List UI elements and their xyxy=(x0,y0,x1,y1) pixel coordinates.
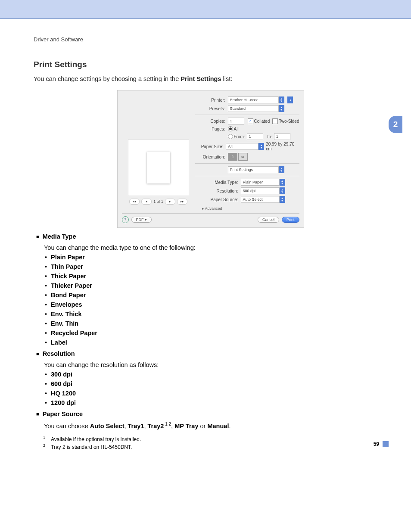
list-item: Bond Paper xyxy=(45,292,387,299)
resolution-label: Resolution: xyxy=(195,189,241,193)
list-item: Recycled Paper xyxy=(45,330,387,336)
ps-pre: You can choose xyxy=(44,423,90,429)
collated-checkbox[interactable]: ✓ xyxy=(248,118,253,124)
list-item: HQ 1200 xyxy=(45,390,387,397)
pages-label: Pages: xyxy=(195,127,228,131)
ps-opt: Tray1 xyxy=(128,423,144,429)
ps-opt: Tray2 xyxy=(148,423,164,429)
copies-label: Copies: xyxy=(195,119,228,124)
pane-select-value: Print Settings xyxy=(230,168,253,172)
preview-page xyxy=(147,152,170,184)
dropdown-arrows-icon: ▲▼ xyxy=(279,166,284,173)
paper-source-heading-text: Paper Source xyxy=(43,411,83,417)
dropdown-arrows-icon: ▲▼ xyxy=(280,179,285,186)
pages-to-label: to: xyxy=(268,134,272,139)
ps-opt: MP Tray xyxy=(174,423,198,429)
paper-size-label: Paper Size: xyxy=(195,144,226,149)
dropdown-arrows-icon: ▲▼ xyxy=(279,96,284,103)
list-item: Envelopes xyxy=(45,301,387,308)
ps-sep: , xyxy=(124,423,128,429)
paper-source-label: Paper Source: xyxy=(195,197,241,202)
paper-source-value: Auto Select xyxy=(243,197,263,202)
section-title: Print Settings xyxy=(34,60,387,69)
dropdown-arrows-icon: ▲▼ xyxy=(258,143,264,150)
pdf-button[interactable]: PDF ▾ xyxy=(131,217,152,223)
list-item: 600 dpi xyxy=(45,380,387,387)
pages-all-label: All xyxy=(234,127,239,131)
list-item: Thick Paper xyxy=(45,273,387,280)
ps-opt: Auto Select xyxy=(90,423,125,429)
pane-select[interactable]: Print Settings▲▼ xyxy=(228,166,279,173)
preview-pane xyxy=(128,139,189,196)
media-type-intro: You can change the media type to one of … xyxy=(44,244,387,251)
printer-info-button[interactable]: ◂ xyxy=(287,96,293,103)
two-sided-checkbox[interactable] xyxy=(272,118,278,124)
pages-to-input[interactable]: 1 xyxy=(274,133,290,140)
list-item: Env. Thick xyxy=(45,311,387,317)
print-dialog: ◂◂ ◂ 1 of 1 ▸ ▸▸ Printer: Brother HL-xxx… xyxy=(117,90,304,228)
footnotes: 1Available if the optional tray is insta… xyxy=(43,436,387,450)
square-bullet-icon: ■ xyxy=(36,351,39,356)
printer-select[interactable]: Brother HL-xxxx▲▼ xyxy=(228,96,279,103)
dropdown-arrows-icon: ▲▼ xyxy=(279,105,284,112)
paper-source-select[interactable]: Auto Select▲▼ xyxy=(241,196,280,203)
list-item: Env. Thin xyxy=(45,320,387,327)
paper-size-value: A4 xyxy=(228,144,233,149)
ps-sep: , xyxy=(144,423,147,429)
pager-text: 1 of 1 xyxy=(153,199,163,204)
resolution-list: 300 dpi 600 dpi HQ 1200 1200 dpi xyxy=(45,371,387,406)
media-type-value: Plain Paper xyxy=(243,180,263,184)
pager-prev-button[interactable]: ◂ xyxy=(141,199,152,205)
list-item: 300 dpi xyxy=(45,371,387,378)
advanced-disclosure[interactable]: ▸ Advanced xyxy=(202,206,222,211)
pager: ◂◂ ◂ 1 of 1 ▸ ▸▸ xyxy=(129,199,187,205)
list-item: 1200 dpi xyxy=(45,399,387,406)
pager-last-button[interactable]: ▸▸ xyxy=(177,199,187,205)
pages-from-input[interactable]: 1 xyxy=(247,133,263,140)
chapter-tab: 2 xyxy=(389,116,402,133)
print-button[interactable]: Print xyxy=(282,217,299,223)
two-sided-label: Two-Sided xyxy=(279,119,299,124)
presets-label: Presets: xyxy=(195,106,228,111)
resolution-heading: ■ Resolution xyxy=(36,350,387,357)
paper-source-text: You can choose Auto Select, Tray1, Tray2… xyxy=(44,422,387,429)
pages-all-radio[interactable] xyxy=(228,126,233,131)
footnote-num: 2 xyxy=(43,443,51,449)
intro-bold: Print Settings xyxy=(181,75,221,82)
pages-from-radio[interactable] xyxy=(228,134,233,139)
ps-opt: Manual xyxy=(207,423,229,429)
intro-pre: You can change settings by choosing a se… xyxy=(34,75,181,82)
pages-from-label: From: xyxy=(234,134,245,139)
top-banner xyxy=(0,0,411,19)
footnote-ref: 1 2 xyxy=(164,422,171,426)
page-number: 59 xyxy=(374,441,379,447)
orientation-landscape-button[interactable]: ▭ xyxy=(238,153,248,161)
pager-first-button[interactable]: ◂◂ xyxy=(129,199,140,205)
dropdown-arrows-icon: ▲▼ xyxy=(280,196,285,203)
list-item: Label xyxy=(45,339,387,346)
media-type-select[interactable]: Plain Paper▲▼ xyxy=(241,179,280,186)
presets-select[interactable]: Standard▲▼ xyxy=(228,105,279,112)
footnote-text: Tray 2 is standard on HL-5450DNT. xyxy=(51,444,132,450)
paper-size-dims: 20.99 by 29.70 cm xyxy=(266,142,299,151)
printer-value: Brother HL-xxxx xyxy=(230,98,258,102)
orientation-portrait-button[interactable]: ▯ xyxy=(228,153,237,161)
help-button[interactable]: ? xyxy=(122,216,129,223)
presets-value: Standard xyxy=(230,106,246,111)
advanced-label: Advanced xyxy=(205,206,222,211)
square-bullet-icon: ■ xyxy=(36,411,39,417)
collated-label: Collated xyxy=(254,119,270,124)
media-type-list: Plain Paper Thin Paper Thick Paper Thick… xyxy=(45,254,387,346)
footnote-text: Available if the optional tray is instal… xyxy=(51,436,141,442)
intro-text: You can change settings by choosing a se… xyxy=(34,75,387,82)
ps-period: . xyxy=(229,423,230,429)
resolution-select[interactable]: 600 dpi▲▼ xyxy=(241,187,280,194)
copies-input[interactable]: 1 xyxy=(228,118,244,124)
breadcrumb: Driver and Software xyxy=(34,36,387,43)
pager-next-button[interactable]: ▸ xyxy=(165,199,175,205)
media-type-heading-text: Media Type xyxy=(43,233,76,240)
cancel-button[interactable]: Cancel xyxy=(258,217,279,223)
square-bullet-icon: ■ xyxy=(36,234,39,239)
paper-size-select[interactable]: A4▲▼ xyxy=(226,143,258,150)
resolution-intro: You can change the resolution as follows… xyxy=(44,361,387,368)
